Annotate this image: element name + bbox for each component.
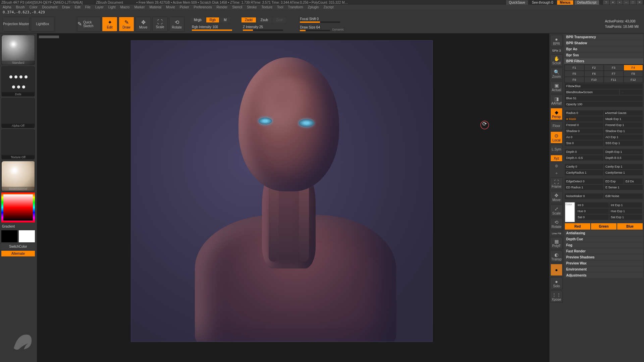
- ghost-button[interactable]: ●: [550, 264, 562, 276]
- sss-exp-slider[interactable]: SSS Exp 1: [604, 140, 643, 146]
- filter-f12[interactable]: F12: [624, 77, 643, 82]
- material-selector[interactable]: BasicMaterial: [1, 161, 35, 191]
- stroke-selector[interactable]: Dots: [1, 66, 35, 97]
- draw-size-slider[interactable]: Draw Size 64: [300, 25, 330, 31]
- maximize-icon[interactable]: □: [630, 0, 636, 4]
- red-channel-button[interactable]: Red: [565, 223, 590, 230]
- section-fog[interactable]: Fog: [564, 242, 643, 248]
- zadd-button[interactable]: Zadd: [241, 17, 256, 22]
- opacity-slider[interactable]: Opacity 100: [565, 102, 643, 107]
- filter-f1[interactable]: F1: [565, 65, 584, 70]
- rgb-intensity-slider[interactable]: Rgb Intensity 100: [192, 25, 232, 31]
- menu-layer[interactable]: Layer: [95, 5, 104, 9]
- shadow-slider[interactable]: Shadow 0: [565, 128, 603, 134]
- frame-button[interactable]: ⛶Frame: [550, 178, 562, 190]
- projection-master-button[interactable]: Projection Master: [3, 17, 30, 32]
- int-slider[interactable]: Int 0: [576, 202, 609, 208]
- zsub-button[interactable]: Zsub: [257, 17, 271, 22]
- pin-icon[interactable]: ▾: [610, 0, 616, 4]
- spix-slider[interactable]: SPix 3: [551, 48, 561, 53]
- zoom-button[interactable]: 🔍Zoom: [550, 68, 562, 80]
- menu-zplugin[interactable]: Zplugin: [308, 5, 319, 9]
- color-swatches[interactable]: [1, 230, 36, 242]
- cavity-radius-slider[interactable]: CavityRadius 1: [565, 170, 603, 175]
- scroll-button[interactable]: ✋Scroll: [550, 54, 562, 66]
- filter-f8[interactable]: F8: [624, 71, 643, 76]
- section-env[interactable]: Environment: [564, 266, 643, 272]
- menu-marker[interactable]: Marker: [134, 5, 145, 9]
- menu-edit[interactable]: Edit: [75, 5, 80, 9]
- section-pshadows[interactable]: Preview Shadows: [564, 254, 643, 260]
- m-button[interactable]: M: [220, 17, 230, 22]
- gradient-label[interactable]: Gradient: [1, 224, 36, 229]
- config-icon[interactable]: ▪: [616, 0, 623, 4]
- shadow-exp-slider[interactable]: Shadow Exp 1: [604, 128, 643, 134]
- sat-exp-slider[interactable]: Sat Exp 1: [609, 215, 642, 220]
- filter-f10[interactable]: F10: [585, 77, 604, 82]
- nav-move-button[interactable]: ✥Move: [550, 191, 562, 203]
- brush-selector[interactable]: Standard: [1, 35, 35, 65]
- filter-f3[interactable]: F3: [604, 65, 623, 70]
- noise-slider[interactable]: NoiseMaker 0: [565, 193, 603, 199]
- filter-f5[interactable]: F5: [565, 71, 584, 76]
- menu-picker[interactable]: Picker: [180, 5, 189, 9]
- cavity-exp-slider[interactable]: Cavity Exp 1: [604, 164, 643, 169]
- menu-movie[interactable]: Movie: [166, 5, 175, 9]
- actual-button[interactable]: ▣Actual: [550, 81, 562, 93]
- edit-noise-button[interactable]: Edit Noise: [604, 193, 643, 199]
- green-channel-button[interactable]: Green: [591, 223, 616, 230]
- lightbox-button[interactable]: LightBox: [31, 17, 54, 32]
- transp-button[interactable]: ◐Transp: [550, 250, 562, 262]
- seethrough-slider[interactable]: See-through 0: [529, 0, 556, 5]
- nav-rotate-button[interactable]: ⟲Rotate: [550, 218, 562, 230]
- filter-f11[interactable]: F11: [604, 77, 623, 82]
- nav-scale-button[interactable]: ⤢Scale: [550, 204, 562, 217]
- blend-mode[interactable]: BlendMode▸Screen: [565, 89, 619, 95]
- lsym-button[interactable]: L.Sym: [550, 145, 562, 154]
- section-sss[interactable]: Bpr Sss: [564, 52, 643, 58]
- zcut-button[interactable]: Zcut: [273, 17, 286, 22]
- alpha-selector[interactable]: Alpha Off: [1, 98, 35, 128]
- close-icon[interactable]: ✕: [637, 0, 643, 4]
- rgb-button[interactable]: Rgb: [206, 17, 219, 22]
- render-canvas[interactable]: [131, 40, 433, 342]
- menu-transform[interactable]: Transform: [288, 5, 303, 9]
- menu-preferences[interactable]: Preferences: [194, 5, 212, 9]
- depth-exp-slider[interactable]: Depth Exp 1: [604, 149, 643, 155]
- filter-f9[interactable]: F9: [565, 77, 584, 82]
- menu-document[interactable]: Document: [42, 5, 58, 9]
- z-intensity-slider[interactable]: Z Intensity 25: [243, 25, 286, 31]
- ed-radius-slider[interactable]: ED Radius 1: [565, 185, 603, 190]
- script-button[interactable]: DefaultScript: [575, 0, 599, 5]
- menu-stroke[interactable]: Stroke: [247, 5, 257, 9]
- polyf-button[interactable]: ▦PolyF: [550, 237, 562, 249]
- ao-slider[interactable]: Ao 0: [565, 134, 603, 140]
- ed-ds-slider[interactable]: Ed Ds: [624, 179, 642, 184]
- filter-f7[interactable]: F7: [604, 71, 623, 76]
- sat-slider[interactable]: Sat 0: [576, 215, 609, 220]
- alternate-button[interactable]: Alternate: [1, 251, 35, 256]
- menu-file[interactable]: File: [85, 5, 91, 9]
- int-exp-slider[interactable]: Int Exp 1: [609, 202, 642, 208]
- section-transparency[interactable]: BPR Transparency: [564, 34, 643, 40]
- section-filters[interactable]: BPR Filters: [564, 58, 643, 64]
- section-pwax[interactable]: Preview Wax: [564, 260, 643, 266]
- switch-color-button[interactable]: SwitchColor: [1, 244, 35, 249]
- draw-mode-button[interactable]: ✎Draw: [119, 17, 134, 32]
- menu-texture[interactable]: Texture: [261, 5, 272, 9]
- menu-color[interactable]: Color: [30, 5, 38, 9]
- fresnel-exp-slider[interactable]: Fresnel Exp 1: [604, 122, 643, 128]
- menu-brush[interactable]: Brush: [16, 5, 25, 9]
- depth-b-slider[interactable]: Depth B 0.5: [604, 155, 643, 161]
- blue-channel-button[interactable]: Blue: [617, 223, 643, 230]
- xpose-button[interactable]: ⋮⋮Xpose: [550, 291, 562, 303]
- center-icon[interactable]: ⊕: [554, 163, 559, 169]
- cavity-slider[interactable]: Cavity 0: [565, 164, 603, 169]
- filter-type[interactable]: Filter▸Blue: [565, 83, 643, 89]
- menu-zscript[interactable]: Zscript: [323, 5, 333, 9]
- section-adj[interactable]: Adjustments: [564, 273, 643, 278]
- ed-exp-slider[interactable]: ED Exp: [604, 179, 624, 184]
- bpr-button[interactable]: ●BPR: [550, 35, 562, 47]
- dynamic-label[interactable]: Dynamic: [332, 28, 344, 31]
- mask-slider[interactable]: ● Mask: [565, 116, 603, 122]
